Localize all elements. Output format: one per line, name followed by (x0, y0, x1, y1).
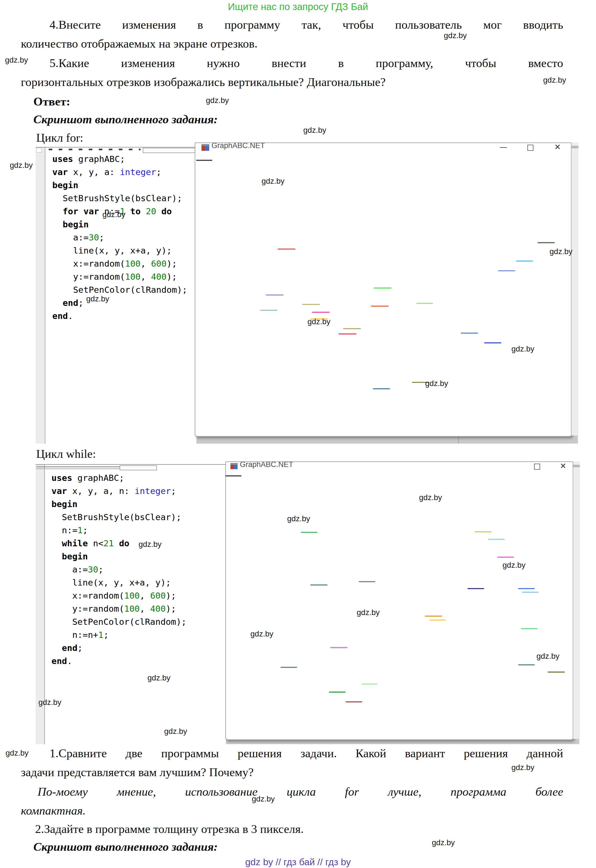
gdz-watermark: gdz.by (303, 126, 326, 135)
line-segment (497, 557, 514, 558)
line-segment (522, 592, 539, 593)
code-line: begin (52, 550, 186, 563)
minimize-icon[interactable]: — (499, 143, 507, 152)
gdz-watermark: gdz.by (432, 838, 455, 847)
code-line: var x, y, a: integer; (52, 165, 187, 179)
code-editor-while: uses graphABC;var x, y, a, n: integer;be… (35, 464, 226, 744)
code-line: a:=30; (52, 231, 187, 244)
gdz-watermark: gdz.by (86, 294, 109, 303)
question5-line2: горизонтальных отрезков изображались вер… (21, 75, 386, 90)
gdz-watermark: gdz.by (261, 177, 285, 186)
code-for-block: uses graphABC;var x, y, a: integer;begin… (52, 152, 187, 323)
promo-banner: Ищите нас по запросу ГДЗ Бай (0, 1, 596, 12)
code-line: uses graphABC; (52, 471, 186, 484)
question2: 2.Задайте в программе толщину отрезка в … (35, 822, 304, 837)
line-segment (330, 647, 348, 648)
window1-title: GraphABC.NET (211, 143, 265, 150)
scrollbar-notch (571, 146, 578, 148)
line-segment (461, 332, 478, 334)
gdz-watermark: gdz.by (543, 76, 566, 85)
line-segment (329, 692, 345, 693)
line-segment (302, 304, 320, 305)
line-segment (374, 288, 391, 289)
horizontal-scrollbar[interactable] (119, 465, 157, 470)
gdz-watermark: gdz.by (503, 561, 525, 570)
gdz-watermark: gdz.by (511, 344, 534, 353)
line-segment (266, 294, 283, 295)
answer1-line1: По-моему мнение, использование цикла for… (38, 784, 563, 799)
line-segment (484, 342, 502, 343)
line-segment (547, 672, 565, 673)
gdz-watermark: gdz.by (511, 763, 534, 772)
code-line: SetBrushStyle(bsClear); (52, 511, 186, 524)
line-segment (518, 664, 535, 666)
code-line: end. (52, 310, 187, 323)
gdz-watermark: gdz.by (287, 514, 310, 523)
code-line: a:=30; (52, 563, 186, 576)
question1-line2: задачи представляется вам лучшим? Почему… (21, 765, 254, 780)
line-segment (278, 248, 295, 249)
gdz-watermark: gdz.by (357, 608, 380, 617)
band-seam (458, 435, 459, 444)
code-line: SetPenColor(clRandom); (52, 615, 186, 628)
question1-line1: 1.Сравните две программы решения задачи.… (50, 746, 563, 761)
line-segment (312, 312, 330, 313)
code-line: x:=random(100, 600); (52, 589, 186, 602)
gdz-watermark: gdz.by (419, 493, 442, 502)
code-line: SetPenColor(clRandom); (52, 283, 187, 297)
close-icon[interactable]: ✕ (560, 462, 566, 471)
question5-line1: 5.Какие изменения нужно внести в програм… (50, 56, 563, 71)
gdz-watermark: gdz.by (444, 31, 467, 40)
line-segment (310, 585, 328, 586)
code-line: var x, y, a, n: integer; (52, 484, 186, 497)
gdz-watermark: gdz.by (206, 96, 229, 105)
line-segment (429, 620, 446, 621)
screenshot-label-1: Скриншот выполненного задания: (33, 112, 218, 127)
scrollbar-right-1[interactable] (571, 142, 578, 435)
editor-corner-box (36, 148, 42, 152)
line-segment (475, 531, 491, 532)
scrollbar-notch (573, 465, 580, 467)
cut-code-line (49, 149, 140, 150)
line-segment (280, 667, 297, 668)
graphabc-window-1: GraphABC.NET — □ ✕ (195, 142, 572, 437)
horizontal-rule-bar (36, 466, 119, 469)
gdz-watermark: gdz.by (425, 379, 448, 388)
question4-line2: количество отображаемых на экране отрезк… (21, 36, 258, 51)
code-editor-for: uses graphABC;var x, y, a: integer;begin… (35, 147, 196, 444)
gdz-watermark: gdz.by (550, 247, 572, 256)
answer1-line2: компактная. (21, 803, 86, 818)
gdz-watermark: gdz.by (537, 652, 559, 661)
gdz-watermark: gdz.by (5, 56, 28, 65)
code-line: while n<21 do (52, 537, 186, 550)
line-segment (498, 270, 515, 271)
window1-titlebar: GraphABC.NET — □ ✕ (195, 143, 571, 152)
maximize-icon[interactable]: □ (527, 143, 534, 152)
cycle-for-label: Цикл for: (36, 130, 83, 145)
window2-title: GraphABC.NET (240, 462, 293, 469)
code-line: end; (52, 641, 186, 655)
scrollbar-right-2[interactable] (572, 461, 580, 739)
window2-titlebar: GraphABC.NET □ ✕ (226, 462, 573, 471)
screenshot1-bottom-band (196, 435, 578, 444)
line-segment (468, 588, 484, 589)
gdz-watermark: gdz.by (307, 317, 330, 326)
line-segment (425, 616, 442, 617)
gdz-watermark: gdz.by (6, 748, 29, 757)
code-line: n:=n+1; (52, 628, 186, 641)
graphabc-app-icon (230, 463, 238, 469)
maximize-icon[interactable]: □ (533, 462, 541, 471)
gdz-watermark: gdz.by (38, 698, 62, 707)
code-line: begin (52, 179, 187, 192)
code-line: end. (52, 655, 186, 668)
editor-gutter[interactable] (35, 148, 45, 444)
line-segment (343, 328, 361, 329)
gdz-watermark: gdz.by (102, 210, 125, 219)
line-segment (358, 581, 375, 582)
footer-watermark: gdz by // гдз бай // гдз by (0, 856, 596, 868)
gdz-watermark: gdz.by (139, 540, 162, 549)
close-icon[interactable]: ✕ (554, 143, 561, 152)
code-line: begin (52, 218, 187, 231)
line-segment (371, 306, 389, 307)
line-segment (521, 628, 538, 629)
